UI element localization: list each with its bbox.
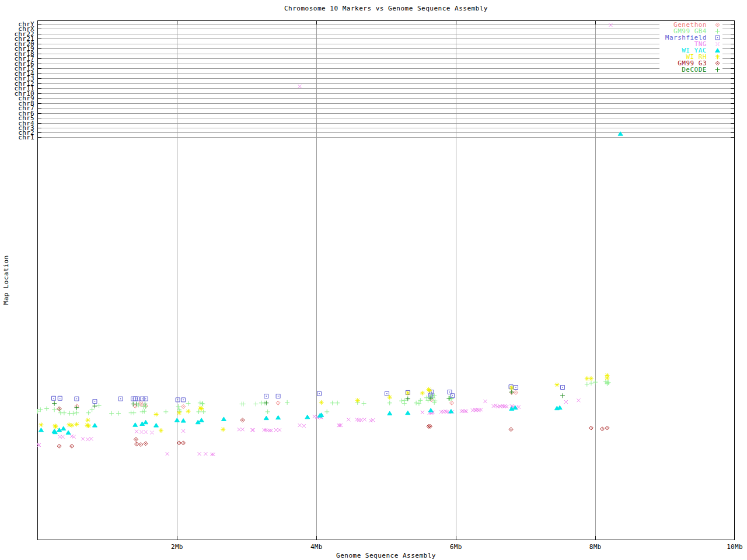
x-tick-label-2Mb: 2Mb bbox=[171, 543, 183, 551]
data-point bbox=[134, 438, 138, 442]
x-tick-label-6Mb: 6Mb bbox=[450, 543, 462, 551]
data-point bbox=[253, 402, 258, 407]
data-point bbox=[317, 391, 322, 396]
data-point bbox=[181, 419, 186, 423]
data-point bbox=[715, 29, 720, 34]
data-point bbox=[176, 398, 180, 402]
data-point bbox=[86, 424, 91, 428]
data-point bbox=[181, 398, 186, 402]
data-point bbox=[449, 410, 453, 414]
data-point bbox=[61, 426, 66, 430]
data-point bbox=[221, 427, 225, 432]
data-point bbox=[142, 409, 146, 414]
data-point bbox=[589, 381, 594, 386]
legend-row-decode: DeCODE bbox=[665, 66, 721, 73]
data-point bbox=[330, 401, 335, 405]
data-point bbox=[589, 376, 594, 381]
data-point bbox=[54, 425, 58, 429]
plot-area bbox=[37, 20, 735, 540]
data-point bbox=[144, 404, 148, 409]
data-point bbox=[399, 398, 404, 403]
data-point bbox=[51, 396, 55, 400]
data-point bbox=[81, 437, 85, 440]
data-point bbox=[133, 423, 138, 427]
data-point bbox=[44, 407, 49, 411]
data-point bbox=[276, 401, 280, 405]
data-point bbox=[716, 43, 720, 46]
data-point bbox=[92, 424, 97, 428]
data-point bbox=[618, 132, 623, 136]
data-point bbox=[605, 376, 609, 380]
data-point bbox=[319, 400, 324, 405]
data-point bbox=[139, 430, 143, 434]
data-point bbox=[264, 394, 268, 398]
data-point bbox=[715, 55, 720, 60]
data-point bbox=[89, 437, 93, 440]
data-point bbox=[298, 85, 302, 88]
data-point bbox=[86, 418, 90, 422]
data-point bbox=[140, 410, 145, 414]
data-point bbox=[585, 376, 589, 381]
legend-marker-icon bbox=[714, 60, 721, 66]
data-point bbox=[589, 426, 593, 430]
data-point bbox=[181, 441, 186, 445]
data-point bbox=[305, 415, 310, 419]
data-point bbox=[276, 394, 280, 398]
data-point bbox=[57, 444, 61, 448]
data-point bbox=[181, 429, 185, 433]
data-point bbox=[90, 407, 95, 412]
data-point bbox=[238, 428, 241, 431]
data-point bbox=[52, 401, 57, 406]
data-point bbox=[66, 430, 71, 435]
data-point bbox=[250, 428, 254, 432]
x-tick-label-4Mb: 4Mb bbox=[310, 543, 323, 551]
data-point bbox=[363, 418, 366, 421]
data-point bbox=[241, 428, 245, 431]
data-point bbox=[427, 388, 432, 393]
data-point bbox=[58, 396, 62, 400]
data-point bbox=[285, 400, 289, 405]
data-point bbox=[177, 441, 181, 445]
data-point bbox=[240, 418, 245, 422]
data-point bbox=[715, 61, 720, 65]
data-point bbox=[97, 403, 102, 408]
data-point bbox=[414, 401, 418, 405]
data-point bbox=[274, 428, 278, 432]
data-point bbox=[62, 411, 67, 415]
data-point bbox=[177, 411, 181, 415]
data-point bbox=[154, 412, 159, 416]
data-point bbox=[347, 418, 350, 421]
data-point bbox=[52, 407, 57, 412]
data-point bbox=[388, 401, 392, 405]
data-point bbox=[420, 391, 425, 396]
data-point bbox=[585, 382, 589, 387]
data-point bbox=[186, 409, 191, 414]
data-point bbox=[577, 398, 580, 402]
data-point bbox=[166, 452, 169, 456]
data-point bbox=[509, 390, 514, 394]
legend-marker-icon bbox=[714, 28, 721, 34]
data-point bbox=[593, 380, 598, 384]
data-point bbox=[159, 428, 163, 433]
data-point bbox=[221, 417, 226, 421]
data-point bbox=[93, 400, 97, 404]
data-point bbox=[116, 411, 121, 416]
data-point bbox=[514, 390, 518, 394]
data-point bbox=[264, 416, 268, 420]
data-point bbox=[564, 400, 568, 404]
data-point bbox=[109, 411, 114, 416]
data-point bbox=[388, 395, 392, 400]
data-point bbox=[605, 426, 609, 430]
legend-marker-icon bbox=[714, 22, 721, 28]
data-point bbox=[39, 422, 43, 427]
legend-marker-icon bbox=[714, 47, 721, 54]
data-point bbox=[715, 23, 720, 27]
data-point bbox=[144, 442, 148, 446]
y-tick-label-chrY: chrY bbox=[18, 21, 34, 27]
legend: GenethonGM99 GB4MarshfieldTNGWI YACWI RH… bbox=[659, 21, 722, 74]
data-point bbox=[421, 411, 424, 414]
data-point bbox=[201, 410, 206, 414]
data-point bbox=[200, 401, 204, 406]
data-point bbox=[134, 402, 139, 407]
data-point bbox=[199, 407, 204, 411]
